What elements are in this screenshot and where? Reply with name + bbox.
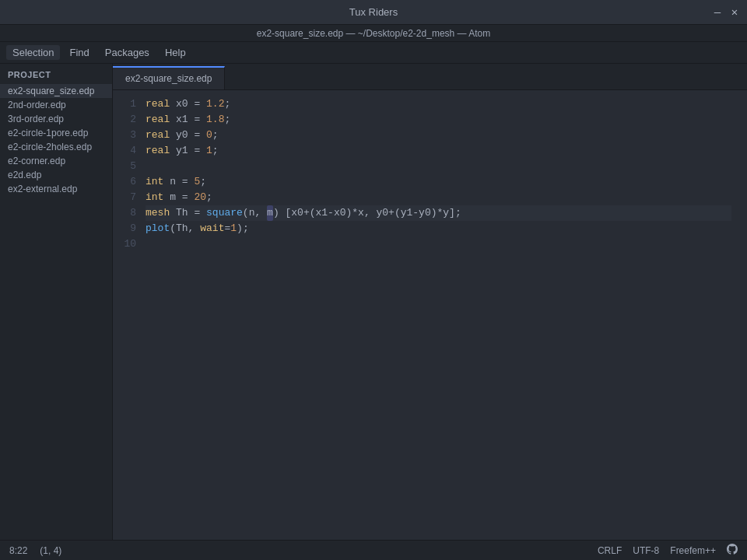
code-line-10 [146,236,731,252]
tab-bar: ex2-square_size.edp [113,64,747,90]
sidebar-item-e2d[interactable]: e2d.edp [0,168,112,182]
sidebar-item-ex2-square[interactable]: ex2-square_size.edp [0,84,112,98]
code-line-3: real y0 = 0 ; [146,128,731,143]
close-button[interactable]: ✕ [728,6,741,19]
token-real-2: real [146,112,170,128]
sidebar-item-3rd-order[interactable]: 3rd-order.edp [0,112,112,126]
token-semi-2: ; [224,112,230,128]
github-icon[interactable] [727,544,738,557]
code-content: real x0 = 1.2 ; real x1 = 1.8 ; real y0 … [146,96,747,534]
token-1a: x0 = [170,96,206,112]
menu-item-selection[interactable]: Selection [6,45,60,60]
status-encoding[interactable]: UTF-8 [633,545,659,556]
token-semi-3: ; [212,128,219,143]
tab-ex2-square[interactable]: ex2-square_size.edp [113,66,225,89]
status-right: CRLF UTF-8 Freefem++ [598,544,738,557]
line-num-5: 5 [113,159,136,174]
token-8a: Th = [170,205,206,221]
token-8b: (n, [243,205,267,221]
menu-item-help[interactable]: Help [159,45,192,60]
code-line-6: int n = 5 ; [146,174,731,190]
code-line-1: real x0 = 1.2 ; [146,96,731,112]
token-9a: (Th, [170,221,200,236]
token-num-2: 1.8 [206,112,224,128]
line-num-8: 8 [113,205,136,221]
token-num-3: 0 [206,128,212,143]
sidebar-item-external[interactable]: ex2-external.edp [0,182,112,196]
token-num-6: 5 [194,174,200,190]
menu-bar: Selection Find Packages Help [0,42,747,64]
window-controls: ― ✕ [711,6,741,19]
token-num-7: 20 [194,190,206,205]
file-path: ex2-square_size.edp — ~/Desktop/e2-2d_me… [257,28,491,39]
code-line-8: mesh Th = square (n, m ) [x0+(x1-x0)*x, … [146,205,731,221]
token-semi-1: ; [224,96,230,112]
editor-area: ex2-square_size.edp 1 2 3 4 5 6 7 8 9 10… [113,64,747,540]
token-func-9: plot [146,221,170,236]
line-num-2: 2 [113,112,136,128]
token-semi-7: ; [206,190,212,205]
sidebar-item-2nd-order[interactable]: 2nd-order.edp [0,98,112,112]
code-line-9: plot (Th, wait = 1 ); [146,221,731,236]
sidebar-item-circle-1pore[interactable]: e2-circle-1pore.edp [0,126,112,140]
line-num-6: 6 [113,174,136,190]
code-line-2: real x1 = 1.8 ; [146,112,731,128]
status-cursor[interactable]: (1, 4) [40,545,61,556]
token-int-7: int [146,190,163,205]
token-2a: x1 = [170,112,206,128]
status-line-ending[interactable]: CRLF [598,545,622,556]
token-num-4: 1 [206,143,212,159]
github-svg [727,544,738,555]
token-semi-4: ; [212,143,219,159]
line-num-10: 10 [113,236,136,252]
line-num-4: 4 [113,143,136,159]
title-bar: Tux Riders ― ✕ [0,0,747,25]
token-func-8: square [206,205,243,221]
token-num-1: 1.2 [206,96,224,112]
token-num-9: 1 [230,221,237,236]
token-3a: y0 = [170,128,206,143]
app-title: Tux Riders [349,6,398,18]
main-layout: Project ex2-square_size.edp 2nd-order.ed… [0,64,747,540]
token-6a: n = [163,174,194,190]
status-left: 8:22 (1, 4) [9,545,61,556]
token-9c: ); [237,221,249,236]
line-numbers: 1 2 3 4 5 6 7 8 9 10 [113,96,146,534]
token-8c: ) [x0+(x1-x0)*x, y0+(y1-y0)*y]; [273,205,461,221]
token-int-6: int [146,174,163,190]
menu-item-packages[interactable]: Packages [99,45,156,60]
status-position[interactable]: 8:22 [9,545,27,556]
line-num-1: 1 [113,96,136,112]
line-num-3: 3 [113,128,136,143]
token-real-4: real [146,143,170,159]
token-mesh-8: mesh [146,205,170,221]
sidebar-item-corner[interactable]: e2-corner.edp [0,154,112,168]
sidebar-item-circle-2holes[interactable]: e2-circle-2holes.edp [0,140,112,154]
token-semi-6: ; [200,174,206,190]
status-bar: 8:22 (1, 4) CRLF UTF-8 Freefem++ [0,540,747,560]
code-line-5 [146,159,731,174]
sidebar: Project ex2-square_size.edp 2nd-order.ed… [0,64,113,540]
token-real-1: real [146,96,170,112]
token-sel-8: m [267,205,273,221]
line-num-9: 9 [113,221,136,236]
menu-item-find[interactable]: Find [63,45,95,60]
minimize-button[interactable]: ― [711,6,724,19]
sidebar-title: Project [0,64,112,84]
token-wait-9: wait [200,221,224,236]
code-line-4: real y1 = 1 ; [146,143,731,159]
subtitle-bar: ex2-square_size.edp — ~/Desktop/e2-2d_me… [0,25,747,42]
status-grammar[interactable]: Freefem++ [670,545,716,556]
line-num-7: 7 [113,190,136,205]
token-real-3: real [146,128,170,143]
token-7a: m = [163,190,194,205]
token-9b: = [224,221,230,236]
code-line-7: int m = 20 ; [146,190,731,205]
token-4a: y1 = [170,143,206,159]
code-editor[interactable]: 1 2 3 4 5 6 7 8 9 10 real x0 = 1.2 ; [113,90,747,540]
